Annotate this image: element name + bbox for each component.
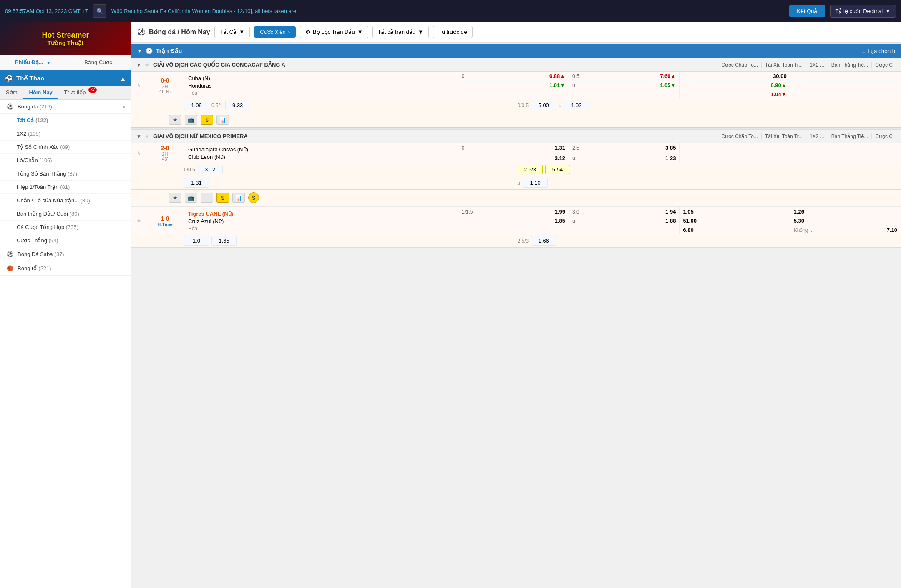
- league-collapse-button[interactable]: ▼: [136, 62, 141, 68]
- col-ban-thang-tie: Bàn Thắng Tiề...: [828, 62, 872, 68]
- ban-thang-row1[interactable]: [790, 72, 901, 81]
- sidebar-sub-1x2[interactable]: 1X2 (105): [0, 127, 131, 141]
- odds-1x2-g-row1[interactable]: [680, 143, 790, 153]
- bt-t-row2[interactable]: 5.30: [790, 216, 901, 226]
- odds-1x2-row1[interactable]: 30.00: [680, 72, 790, 81]
- sidebar-item-bong-da-saba[interactable]: ⚽ Bóng Đá Saba (37): [0, 247, 131, 261]
- tran-dau-collapse-button[interactable]: ▼: [137, 48, 142, 54]
- dollar-icon-action[interactable]: $: [201, 115, 213, 125]
- bt-g-row1[interactable]: [790, 143, 901, 153]
- odds-tai-row3[interactable]: [569, 90, 679, 99]
- stats-g[interactable]: 📊: [232, 193, 245, 203]
- saba-icon: ⚽: [6, 251, 14, 257]
- odds-row-cuba-1[interactable]: 0 6.88▲: [458, 72, 569, 81]
- odds-1x2-g-row2[interactable]: [680, 153, 790, 163]
- tab-bang-cuoc[interactable]: Bảng Cược: [65, 55, 131, 70]
- sub-cell-131[interactable]: 1.31: [184, 178, 209, 188]
- odds-tai-row1[interactable]: 0.5 7.66▲: [569, 72, 679, 81]
- sidebar-sub-hiep1[interactable]: Hiệp 1/Toàn Trận (81): [0, 181, 131, 194]
- ban-thang-row2[interactable]: [790, 81, 901, 90]
- sidebar-sub-tat-ca[interactable]: Tất Cả (122): [0, 114, 131, 127]
- odds-g-row2[interactable]: 3.12: [458, 153, 569, 163]
- bt-t-row3[interactable]: Không ... 7.10: [790, 226, 901, 234]
- sidebar-sub-ty-so[interactable]: Tỷ Số Chính Xác (89): [0, 141, 131, 154]
- sub-cell-933[interactable]: 9.33: [225, 101, 250, 110]
- sub-cell-312[interactable]: 3.12: [198, 165, 223, 174]
- odds-tai-t-row3[interactable]: [569, 226, 679, 234]
- ban-thang-row3[interactable]: [790, 90, 901, 99]
- tv-g[interactable]: 📺: [185, 193, 197, 203]
- odds-1x2-t-row2[interactable]: 51.00: [680, 216, 790, 226]
- odds-tai-t-row2[interactable]: u 1.88: [569, 216, 679, 226]
- odds-row-cuba-draw[interactable]: [458, 90, 569, 99]
- fav-star-g[interactable]: ★: [169, 193, 181, 203]
- cuoc-xien-button[interactable]: Cược Xiên ›: [254, 26, 296, 38]
- sidebar-sub-chan-le[interactable]: Chẵn / Lẻ của Nửa trận... (80): [0, 194, 131, 207]
- ket-qua-button[interactable]: Kết Quả: [789, 5, 825, 17]
- star-button-guadalajara[interactable]: ★: [131, 143, 146, 163]
- favorite-star-icon[interactable]: ★: [145, 62, 150, 68]
- sub-cell-1-65[interactable]: 1.65: [211, 236, 237, 246]
- list-g[interactable]: ≡: [201, 193, 213, 203]
- sub-odds-tai-g: 2.5/3 5.54: [518, 165, 849, 174]
- sub-cell-102[interactable]: 1.02: [564, 101, 589, 110]
- sub-cell-500[interactable]: 5.00: [531, 101, 556, 110]
- sidebar-sub-ca-cuoc[interactable]: Cá Cược Tổng Hợp (735): [0, 221, 131, 234]
- stats-icon-action[interactable]: 📊: [216, 115, 229, 125]
- gold-coin-g[interactable]: $: [248, 192, 259, 203]
- star-button-tigres[interactable]: ★: [131, 207, 146, 234]
- odds-row-cuba-2[interactable]: 1.01▼: [458, 81, 569, 90]
- match-actions-cuba: ★ 📺 $ 📊: [131, 112, 901, 128]
- ou-u: u: [572, 83, 575, 88]
- match-time-guadalajara: 2-0 2H 43': [146, 143, 184, 163]
- odds-1x2-t-row1[interactable]: 1.05: [680, 207, 790, 216]
- sidebar-sub-ban-thang-dau-cuoi[interactable]: Bàn thắng Đầu/ Cuối (80): [0, 207, 131, 221]
- bo-loc-dropdown[interactable]: ⚙ Bộ Lọc Trận Đấu ▼: [300, 26, 368, 38]
- sub-cell-5-54[interactable]: 5.54: [545, 165, 570, 174]
- odds-tai-g-row2[interactable]: u 1.23: [569, 153, 679, 163]
- lua-chon-button[interactable]: ≡ Lựa chọn b: [862, 48, 895, 54]
- sub-cell-110[interactable]: 1.10: [523, 178, 548, 188]
- ty-le-dropdown[interactable]: Tỷ lệ cước Decimal ▼: [830, 5, 896, 18]
- sub-cell-1-0[interactable]: 1.0: [184, 236, 209, 246]
- tab-hom-nay[interactable]: Hôm Nay: [23, 86, 58, 99]
- all-dropdown-button[interactable]: Tất Cả ▼: [214, 26, 250, 38]
- odds-1-31-g: 1.31: [555, 145, 565, 151]
- star-button-cuba[interactable]: ★: [131, 72, 146, 99]
- bt-t-row1[interactable]: 1.26: [790, 207, 901, 216]
- dollar-g[interactable]: $: [216, 193, 229, 203]
- bt-g-row2[interactable]: [790, 153, 901, 163]
- sub-cell-109[interactable]: 1.09: [184, 101, 209, 110]
- tab-phieu-dat[interactable]: Phiếu Đặ... ▼: [0, 55, 65, 70]
- odds-1x2-t-row3[interactable]: 6.80: [680, 226, 790, 234]
- sidebar-item-bong-da[interactable]: ⚽ Bóng đá (216) ●: [0, 100, 131, 114]
- odds-6-90: 6.90▲: [771, 82, 787, 88]
- league-collapse-btn-mexico[interactable]: ▼: [136, 133, 141, 139]
- odds-t-row3[interactable]: [458, 226, 569, 234]
- sub-cell-2-5-3[interactable]: 2.5/3: [518, 165, 543, 174]
- odds-g-row1[interactable]: 0 1.31: [458, 143, 569, 153]
- odds-1x2-tigres: 1.05 51.00 6.80: [680, 207, 790, 234]
- odds-tai-g-row1[interactable]: 2.5 3.85: [569, 143, 679, 153]
- odds-t-row2[interactable]: 1.85: [458, 216, 569, 226]
- favorite-star-mexico[interactable]: ★: [145, 133, 150, 139]
- sidebar-sub-cuoc-thang[interactable]: Cược Thắng (94): [0, 234, 131, 247]
- the-thao-header[interactable]: ⚽ Thể Thao ▲: [0, 70, 131, 86]
- sub-cell-1-66[interactable]: 1.66: [531, 236, 556, 246]
- tab-som[interactable]: Sớm: [0, 86, 23, 99]
- odds-tai-row2[interactable]: u 1.05▼: [569, 81, 679, 90]
- odds-1x2-row2[interactable]: 6.90▲: [680, 81, 790, 90]
- odds-1x2-row3[interactable]: 1.04▼: [680, 90, 790, 99]
- sidebar-sub-tong-so[interactable]: Tổng Số Bàn Thắng (87): [0, 167, 131, 181]
- favorite-star-action[interactable]: ★: [169, 115, 181, 125]
- odds-t-row1[interactable]: 1/1.5 1.99: [458, 207, 569, 216]
- tat-ca-tran-dropdown[interactable]: Tất cả trận đấu ▼: [372, 26, 429, 38]
- tab-truc-tiep[interactable]: Trực tiếp 87: [58, 86, 98, 99]
- 1x2-label: 1X2: [17, 131, 26, 137]
- sidebar-item-bong-ro[interactable]: 🏀 Bóng rổ (221): [0, 261, 131, 276]
- search-button[interactable]: 🔍: [93, 4, 106, 18]
- sidebar-sub-le-chan[interactable]: Lẻ/Chẵn (106): [0, 154, 131, 167]
- tv-icon-action[interactable]: 📺: [185, 115, 197, 125]
- odds-tai-t-row1[interactable]: 3.0 1.94: [569, 207, 679, 216]
- tu-truoc-de-dropdown[interactable]: Từ trước để: [433, 26, 473, 38]
